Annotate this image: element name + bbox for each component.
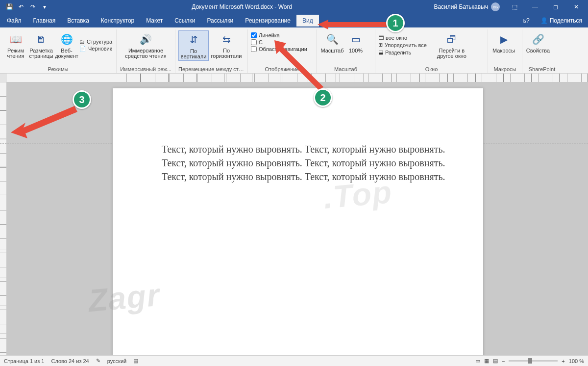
group-immersive-label: Иммерсивный реж... xyxy=(120,66,172,72)
titlebar: 💾 ↶ ↷ ▾ Документ Microsoft Word.docx - W… xyxy=(0,0,588,14)
read-mode-button[interactable]: 📖Режим чтения xyxy=(3,30,28,60)
immersive-reader-button[interactable]: 🔊Иммерсивное средство чтения xyxy=(122,30,171,60)
tab-design[interactable]: Конструктор xyxy=(95,15,140,26)
accessibility-icon[interactable]: ▤ xyxy=(133,358,138,364)
user-account[interactable]: Василий Батькавыч ВБ xyxy=(434,2,500,11)
spellcheck-icon[interactable]: ✎ xyxy=(96,358,100,364)
ribbon-options-icon[interactable]: ⬚ xyxy=(505,0,524,13)
macros-button[interactable]: ▶Макросы xyxy=(491,30,516,54)
language-status[interactable]: русский xyxy=(107,358,126,364)
annotation-badge-2: 2 xyxy=(314,88,332,107)
zoom-level[interactable]: 100 % xyxy=(569,358,584,364)
word-count[interactable]: Слово 24 из 24 xyxy=(51,358,89,364)
undo-icon[interactable]: ↶ xyxy=(16,1,26,12)
share-icon: 👤 xyxy=(540,17,548,24)
properties-button[interactable]: 🔗Свойства xyxy=(525,30,551,54)
page-status[interactable]: Страница 1 из 1 xyxy=(4,358,44,364)
redo-icon[interactable]: ↷ xyxy=(27,1,38,12)
group-page-movement-label: Перемещение между стран... xyxy=(178,66,245,72)
ribbon-tabs: Файл Главная Вставка Конструктор Макет С… xyxy=(0,14,588,27)
minimize-icon[interactable]: — xyxy=(525,0,545,13)
tab-layout[interactable]: Макет xyxy=(140,15,169,26)
split-button[interactable]: ⬓Разделить xyxy=(378,49,427,55)
sharepoint-icon: 🔗 xyxy=(530,31,546,47)
group-immersive: 🔊Иммерсивное средство чтения Иммерсивный… xyxy=(117,29,175,73)
annotation-arrow-1 xyxy=(318,20,391,31)
group-window: 🗔вое окно ⊞Упорядочить все ⬓Разделить 🗗П… xyxy=(375,29,488,73)
print-layout-button[interactable]: 🗎Разметка страницы xyxy=(28,30,54,60)
view-web-icon[interactable]: ▤ xyxy=(493,358,498,364)
draft-icon: 📄 xyxy=(79,46,86,52)
tab-references[interactable]: Ссылки xyxy=(169,15,201,26)
svg-marker-1 xyxy=(274,40,323,91)
window-icon: 🗔 xyxy=(378,35,384,41)
tab-home[interactable]: Главная xyxy=(27,15,62,26)
draft-button[interactable]: 📄Черновик xyxy=(79,46,112,52)
macro-icon: ▶ xyxy=(496,31,512,47)
ruler-checkbox[interactable]: Линейка xyxy=(251,32,313,38)
maximize-icon[interactable]: ◻ xyxy=(546,0,565,13)
percent-icon: ▭ xyxy=(348,31,364,47)
outline-icon: 🗂 xyxy=(79,39,85,45)
tab-mailings[interactable]: Рассылки xyxy=(201,15,239,26)
vertical-ruler[interactable] xyxy=(0,82,7,355)
group-page-movement: ⇵По вертикали ⇆По горизонтали Перемещени… xyxy=(175,29,248,73)
group-window-label: Окно xyxy=(378,66,485,72)
zoom-slider[interactable] xyxy=(509,360,558,362)
zoom-out-icon[interactable]: − xyxy=(502,358,505,364)
group-sharepoint-label: SharePoint xyxy=(525,66,559,72)
book-icon: 📖 xyxy=(8,31,24,47)
zoom-in-icon[interactable]: + xyxy=(562,358,564,364)
share-button[interactable]: 👤 Поделиться xyxy=(536,15,587,26)
web-layout-button[interactable]: 🌐Веб-документ xyxy=(54,30,79,60)
tab-file[interactable]: Файл xyxy=(1,15,27,26)
window-controls: ⬚ — ◻ ✕ xyxy=(505,0,586,13)
group-macros: ▶Макросы Макросы xyxy=(488,29,522,73)
tab-view[interactable]: Вид xyxy=(296,15,319,26)
page-icon: 🗎 xyxy=(33,31,49,47)
arrange-all-button[interactable]: ⊞Упорядочить все xyxy=(378,42,427,48)
globe-icon: 🌐 xyxy=(59,31,74,47)
svg-marker-0 xyxy=(318,20,391,29)
tab-review[interactable]: Рецензирование xyxy=(239,15,296,26)
group-modes-label: Режимы xyxy=(3,66,113,72)
save-icon[interactable]: 💾 xyxy=(4,1,15,12)
qat-customize-icon[interactable]: ▾ xyxy=(39,1,50,12)
outline-button[interactable]: 🗂Структура xyxy=(79,39,112,45)
group-modes: 📖Режим чтения 🗎Разметка страницы 🌐Веб-до… xyxy=(0,29,117,73)
horizontal-button[interactable]: ⇆По горизонтали xyxy=(209,30,244,61)
tell-me[interactable]: ь? xyxy=(517,15,536,26)
annotation-arrow-2 xyxy=(274,40,328,96)
avatar: ВБ xyxy=(491,2,500,11)
svg-marker-2 xyxy=(11,106,77,138)
page[interactable]: Текст, который нужно выровнять. Текст, к… xyxy=(113,88,483,355)
split-icon: ⬓ xyxy=(378,49,383,55)
annotation-badge-3: 3 xyxy=(73,90,91,109)
switch-windows-button[interactable]: 🗗Перейти в другое окно xyxy=(435,30,469,60)
new-window-button[interactable]: 🗔вое окно xyxy=(378,35,427,41)
view-print-icon[interactable]: ▦ xyxy=(484,358,489,364)
group-macros-label: Макросы xyxy=(491,66,519,72)
annotation-badge-1: 1 xyxy=(386,14,405,32)
vertical-button[interactable]: ⇵По вертикали xyxy=(178,30,209,61)
close-icon[interactable]: ✕ xyxy=(566,0,586,13)
vertical-icon: ⇵ xyxy=(186,32,201,48)
speaker-icon: 🔊 xyxy=(138,31,154,47)
user-name: Василий Батькавыч xyxy=(434,3,488,10)
view-readmode-icon[interactable]: ▭ xyxy=(475,358,480,364)
tab-insert[interactable]: Вставка xyxy=(61,15,95,26)
annotation-arrow-3 xyxy=(11,103,79,139)
switch-icon: 🗗 xyxy=(444,31,460,47)
document-text[interactable]: Текст, который нужно выровнять. Текст, к… xyxy=(113,88,483,183)
horizontal-icon: ⇆ xyxy=(219,31,234,47)
group-sharepoint: 🔗Свойства SharePoint xyxy=(522,29,562,73)
zoom-100-button[interactable]: ▭100% xyxy=(345,30,367,54)
quick-access-toolbar: 💾 ↶ ↷ ▾ xyxy=(4,1,50,12)
document-title: Документ Microsoft Word.docx - Word xyxy=(50,3,434,10)
statusbar: Страница 1 из 1 Слово 24 из 24 ✎ русский… xyxy=(0,355,588,366)
share-label: Поделиться xyxy=(550,17,582,24)
document-area: Текст, который нужно выровнять. Текст, к… xyxy=(0,74,588,355)
arrange-icon: ⊞ xyxy=(378,42,383,48)
